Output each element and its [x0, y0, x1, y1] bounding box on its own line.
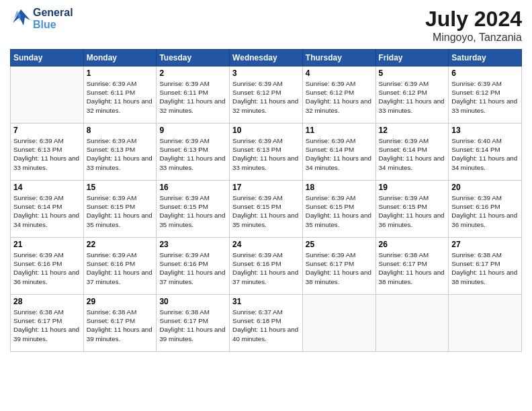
calendar-cell: 29Sunrise: 6:38 AMSunset: 6:17 PMDayligh… — [83, 295, 157, 352]
calendar-cell: 24Sunrise: 6:39 AMSunset: 6:16 PMDayligh… — [230, 238, 303, 295]
day-number: 26 — [379, 240, 446, 249]
location-title: Mingoyo, Tanzania — [425, 32, 522, 44]
calendar-cell — [449, 295, 522, 352]
day-info: Sunrise: 6:39 AMSunset: 6:16 PMDaylight:… — [451, 193, 519, 229]
day-info: Sunrise: 6:39 AMSunset: 6:14 PMDaylight:… — [13, 193, 81, 229]
day-number: 18 — [306, 183, 373, 192]
day-number: 28 — [13, 297, 81, 306]
calendar-cell: 11Sunrise: 6:39 AMSunset: 6:14 PMDayligh… — [302, 124, 375, 181]
day-number: 4 — [306, 68, 373, 78]
weekday-header-sunday: Sunday — [11, 50, 84, 66]
logo: General Blue — [10, 7, 73, 30]
calendar-cell: 1Sunrise: 6:39 AMSunset: 6:11 PMDaylight… — [83, 66, 157, 124]
day-info: Sunrise: 6:39 AMSunset: 6:14 PMDaylight:… — [306, 136, 373, 172]
day-number: 25 — [306, 240, 373, 249]
calendar-cell — [11, 66, 84, 124]
day-number: 31 — [232, 297, 300, 306]
weekday-header-monday: Monday — [83, 50, 157, 66]
calendar-week-5: 28Sunrise: 6:38 AMSunset: 6:17 PMDayligh… — [11, 295, 522, 352]
day-info: Sunrise: 6:39 AMSunset: 6:16 PMDaylight:… — [232, 250, 300, 286]
calendar-cell: 5Sunrise: 6:39 AMSunset: 6:12 PMDaylight… — [375, 66, 449, 124]
day-number: 17 — [232, 183, 300, 192]
day-info: Sunrise: 6:39 AMSunset: 6:15 PMDaylight:… — [306, 193, 373, 229]
day-number: 19 — [379, 183, 446, 192]
calendar-week-1: 1Sunrise: 6:39 AMSunset: 6:11 PMDaylight… — [11, 66, 522, 124]
weekday-header-wednesday: Wednesday — [230, 50, 303, 66]
day-info: Sunrise: 6:39 AMSunset: 6:12 PMDaylight:… — [306, 79, 373, 115]
calendar-cell: 23Sunrise: 6:39 AMSunset: 6:16 PMDayligh… — [157, 238, 230, 295]
day-info: Sunrise: 6:39 AMSunset: 6:15 PMDaylight:… — [159, 193, 226, 229]
day-number: 13 — [451, 126, 519, 135]
calendar-cell: 12Sunrise: 6:39 AMSunset: 6:14 PMDayligh… — [375, 124, 449, 181]
calendar-cell: 22Sunrise: 6:39 AMSunset: 6:16 PMDayligh… — [83, 238, 157, 295]
day-number: 23 — [159, 240, 226, 249]
title-block: July 2024 Mingoyo, Tanzania — [425, 7, 522, 44]
calendar-cell — [302, 295, 375, 352]
day-info: Sunrise: 6:39 AMSunset: 6:11 PMDaylight:… — [159, 79, 226, 115]
calendar-week-4: 21Sunrise: 6:39 AMSunset: 6:16 PMDayligh… — [11, 238, 522, 295]
day-number: 11 — [306, 126, 373, 135]
logo-icon — [10, 8, 32, 30]
page: General Blue July 2024 Mingoyo, Tanzania… — [0, 0, 532, 411]
calendar-cell: 25Sunrise: 6:39 AMSunset: 6:17 PMDayligh… — [302, 238, 375, 295]
calendar-cell: 30Sunrise: 6:38 AMSunset: 6:17 PMDayligh… — [157, 295, 230, 352]
day-info: Sunrise: 6:39 AMSunset: 6:12 PMDaylight:… — [379, 79, 446, 115]
day-number: 29 — [87, 297, 154, 306]
day-info: Sunrise: 6:39 AMSunset: 6:13 PMDaylight:… — [13, 136, 81, 172]
day-info: Sunrise: 6:39 AMSunset: 6:16 PMDaylight:… — [13, 250, 81, 286]
day-info: Sunrise: 6:37 AMSunset: 6:18 PMDaylight:… — [232, 308, 300, 343]
logo-text: General Blue — [33, 7, 73, 30]
calendar-cell: 31Sunrise: 6:37 AMSunset: 6:18 PMDayligh… — [230, 295, 303, 352]
day-info: Sunrise: 6:39 AMSunset: 6:15 PMDaylight:… — [379, 193, 446, 229]
day-info: Sunrise: 6:39 AMSunset: 6:12 PMDaylight:… — [451, 79, 519, 115]
day-number: 12 — [379, 126, 446, 135]
day-number: 8 — [87, 126, 154, 135]
day-number: 1 — [87, 68, 154, 78]
day-info: Sunrise: 6:39 AMSunset: 6:14 PMDaylight:… — [379, 136, 446, 172]
calendar-cell: 21Sunrise: 6:39 AMSunset: 6:16 PMDayligh… — [11, 238, 84, 295]
weekday-header-friday: Friday — [375, 50, 449, 66]
day-number: 5 — [379, 68, 446, 78]
calendar-cell: 14Sunrise: 6:39 AMSunset: 6:14 PMDayligh… — [11, 181, 84, 238]
calendar-cell: 17Sunrise: 6:39 AMSunset: 6:15 PMDayligh… — [230, 181, 303, 238]
day-info: Sunrise: 6:39 AMSunset: 6:13 PMDaylight:… — [87, 136, 154, 172]
day-info: Sunrise: 6:40 AMSunset: 6:14 PMDaylight:… — [451, 136, 519, 172]
calendar-cell: 26Sunrise: 6:38 AMSunset: 6:17 PMDayligh… — [375, 238, 449, 295]
weekday-header-tuesday: Tuesday — [157, 50, 230, 66]
day-info: Sunrise: 6:39 AMSunset: 6:17 PMDaylight:… — [306, 250, 373, 286]
calendar-cell: 8Sunrise: 6:39 AMSunset: 6:13 PMDaylight… — [83, 124, 157, 181]
day-info: Sunrise: 6:38 AMSunset: 6:17 PMDaylight:… — [379, 250, 446, 286]
calendar-cell: 19Sunrise: 6:39 AMSunset: 6:15 PMDayligh… — [375, 181, 449, 238]
day-info: Sunrise: 6:39 AMSunset: 6:13 PMDaylight:… — [232, 136, 300, 172]
day-number: 3 — [232, 68, 300, 78]
day-number: 9 — [159, 126, 226, 135]
day-info: Sunrise: 6:38 AMSunset: 6:17 PMDaylight:… — [451, 250, 519, 286]
calendar-header-row: SundayMondayTuesdayWednesdayThursdayFrid… — [11, 50, 522, 66]
calendar-cell: 18Sunrise: 6:39 AMSunset: 6:15 PMDayligh… — [302, 181, 375, 238]
day-number: 20 — [451, 183, 519, 192]
day-number: 16 — [159, 183, 226, 192]
calendar-cell: 4Sunrise: 6:39 AMSunset: 6:12 PMDaylight… — [302, 66, 375, 124]
day-number: 10 — [232, 126, 300, 135]
calendar-cell: 7Sunrise: 6:39 AMSunset: 6:13 PMDaylight… — [11, 124, 84, 181]
day-number: 22 — [87, 240, 154, 249]
calendar-cell: 27Sunrise: 6:38 AMSunset: 6:17 PMDayligh… — [449, 238, 522, 295]
day-number: 21 — [13, 240, 81, 249]
day-info: Sunrise: 6:39 AMSunset: 6:11 PMDaylight:… — [87, 79, 154, 115]
day-number: 30 — [159, 297, 226, 306]
calendar-cell: 20Sunrise: 6:39 AMSunset: 6:16 PMDayligh… — [449, 181, 522, 238]
day-number: 27 — [451, 240, 519, 249]
weekday-header-saturday: Saturday — [449, 50, 522, 66]
calendar-week-2: 7Sunrise: 6:39 AMSunset: 6:13 PMDaylight… — [11, 124, 522, 181]
day-info: Sunrise: 6:39 AMSunset: 6:15 PMDaylight:… — [232, 193, 300, 229]
calendar-cell: 28Sunrise: 6:38 AMSunset: 6:17 PMDayligh… — [11, 295, 84, 352]
day-info: Sunrise: 6:39 AMSunset: 6:13 PMDaylight:… — [159, 136, 226, 172]
calendar-cell: 3Sunrise: 6:39 AMSunset: 6:12 PMDaylight… — [230, 66, 303, 124]
calendar-cell: 6Sunrise: 6:39 AMSunset: 6:12 PMDaylight… — [449, 66, 522, 124]
day-number: 7 — [13, 126, 81, 135]
calendar-cell: 13Sunrise: 6:40 AMSunset: 6:14 PMDayligh… — [449, 124, 522, 181]
calendar-cell: 2Sunrise: 6:39 AMSunset: 6:11 PMDaylight… — [157, 66, 230, 124]
day-info: Sunrise: 6:38 AMSunset: 6:17 PMDaylight:… — [87, 308, 154, 343]
day-info: Sunrise: 6:38 AMSunset: 6:17 PMDaylight:… — [159, 308, 226, 343]
day-number: 24 — [232, 240, 300, 249]
